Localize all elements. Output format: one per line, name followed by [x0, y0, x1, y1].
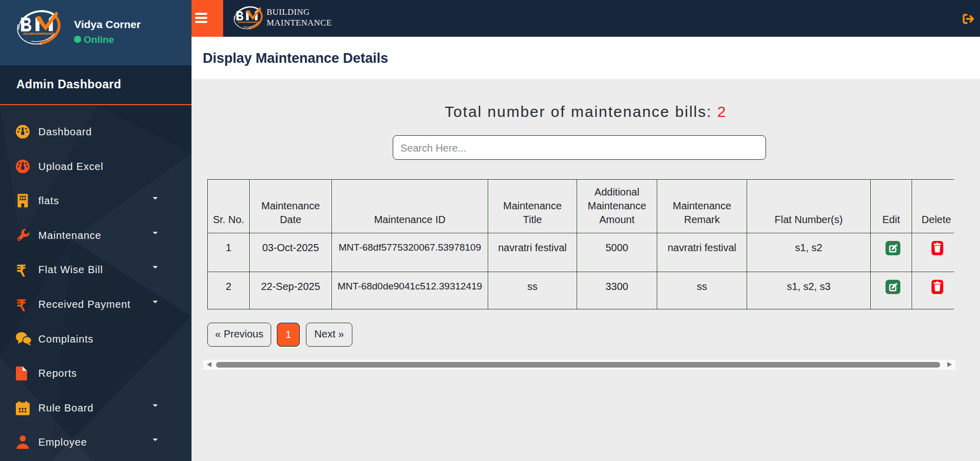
svg-text:₹: ₹ [16, 263, 26, 279]
svg-text:₹: ₹ [16, 298, 26, 313]
svg-text:- BUILDING MAINTENANCE -: - BUILDING MAINTENANCE - [237, 21, 260, 23]
svg-text:- BUILDING MAINTENANCE -: - BUILDING MAINTENANCE - [22, 32, 56, 35]
